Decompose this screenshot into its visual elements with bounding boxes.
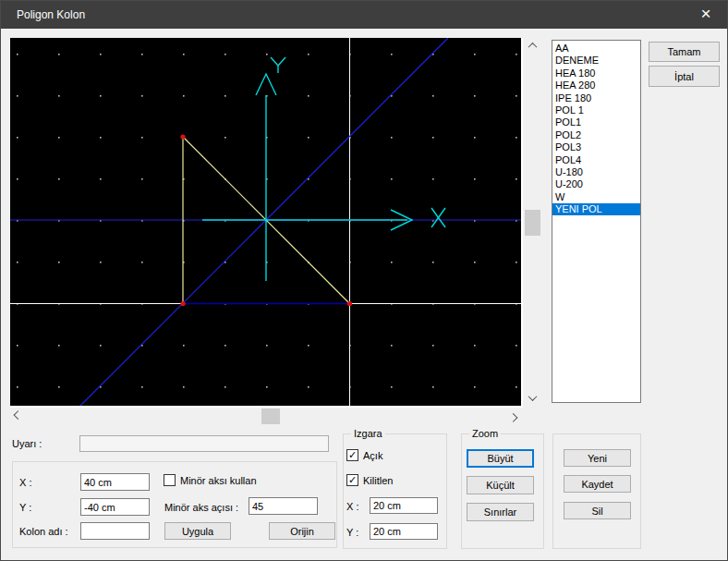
- minor-aksi-kullan-row[interactable]: Minör aksı kullan: [164, 474, 257, 486]
- scroll-left-button[interactable]: [10, 409, 26, 424]
- minor-aks-acisi-label: Minör aks açısı :: [164, 502, 238, 513]
- uyari-field: [79, 435, 329, 452]
- list-item[interactable]: POL2: [552, 129, 640, 141]
- vertex-marker: [347, 301, 352, 306]
- list-item[interactable]: IPE 180: [552, 92, 640, 104]
- izgara-group-title: Izgara: [351, 428, 385, 439]
- canvas-vertical-scrollbar[interactable]: [525, 38, 540, 406]
- izgara-y-input[interactable]: [370, 523, 438, 540]
- canvas-horizontal-scrollbar[interactable]: [10, 409, 521, 424]
- yeni-button[interactable]: Yeni: [564, 449, 631, 467]
- list-item[interactable]: HEA 180: [552, 67, 640, 79]
- chevron-left-icon: [14, 410, 23, 420]
- sil-button[interactable]: Sil: [564, 502, 631, 519]
- acik-checkbox[interactable]: ✓: [346, 449, 358, 461]
- minor-aksi-kullan-checkbox[interactable]: [164, 474, 176, 486]
- kilitlen-row[interactable]: ✓ Kilitlen: [346, 474, 393, 486]
- list-item[interactable]: U-200: [552, 178, 640, 190]
- tamam-button[interactable]: Tamam: [649, 42, 720, 62]
- scroll-up-button[interactable]: [525, 38, 540, 54]
- chevron-up-icon: [528, 43, 538, 52]
- vertex-marker: [180, 134, 185, 139]
- kaydet-button[interactable]: Kaydet: [564, 475, 631, 493]
- list-item[interactable]: POL4: [552, 154, 640, 166]
- izgara-y-label: Y :: [346, 527, 358, 538]
- zoom-group-title: Zoom: [469, 428, 501, 439]
- orijin-button[interactable]: Orijin: [269, 522, 335, 540]
- x-label: X :: [19, 477, 31, 488]
- list-item[interactable]: YENI POL: [552, 203, 640, 215]
- title-bar: Poligon Kolon ×: [1, 1, 727, 29]
- polygon-listbox[interactable]: AADENEMEHEA 180HEA 280IPE 180POL 1POL1PO…: [552, 40, 641, 403]
- list-item[interactable]: POL 1: [552, 104, 640, 116]
- kilitlen-checkbox[interactable]: ✓: [346, 474, 358, 486]
- vertex-marker: [180, 301, 185, 306]
- poligon-kolon-dialog: Poligon Kolon ×: [0, 0, 728, 561]
- x-input[interactable]: [80, 473, 150, 491]
- iptal-button[interactable]: İptal: [649, 66, 720, 87]
- y-label: Y :: [19, 502, 31, 513]
- acik-row[interactable]: ✓ Açık: [346, 449, 382, 461]
- buyut-button[interactable]: Büyüt: [467, 449, 534, 468]
- polygon-drawing-canvas[interactable]: [10, 38, 523, 408]
- chevron-right-icon: [509, 413, 518, 422]
- minor-aksi-kullan-label: Minör aksı kullan: [180, 475, 257, 486]
- list-item[interactable]: POL1: [552, 116, 640, 128]
- canvas-svg: [10, 38, 521, 406]
- uyari-label: Uyarı :: [12, 438, 42, 449]
- kucult-button[interactable]: Küçült: [467, 476, 534, 494]
- list-item[interactable]: AA: [552, 43, 640, 55]
- sinirlar-button[interactable]: Sınırlar: [467, 503, 534, 521]
- vertical-scroll-thumb[interactable]: [525, 210, 540, 236]
- list-item[interactable]: HEA 280: [552, 79, 640, 91]
- close-icon[interactable]: ×: [685, 1, 727, 29]
- scroll-right-button[interactable]: [505, 409, 521, 424]
- minor-aks-acisi-input[interactable]: [249, 497, 318, 515]
- izgara-x-input[interactable]: [370, 497, 438, 514]
- kolon-adi-label: Kolon adı :: [19, 526, 68, 537]
- list-item[interactable]: POL3: [552, 141, 640, 153]
- scroll-down-button[interactable]: [525, 390, 540, 406]
- list-item[interactable]: U-180: [552, 166, 640, 178]
- kilitlen-label: Kilitlen: [363, 475, 393, 486]
- y-input[interactable]: [80, 498, 150, 516]
- list-item[interactable]: DENEME: [552, 55, 640, 67]
- chevron-down-icon: [528, 392, 538, 401]
- kolon-adi-input[interactable]: [80, 522, 150, 540]
- izgara-x-label: X :: [346, 501, 358, 512]
- list-item[interactable]: W: [552, 191, 640, 203]
- window-title: Poligon Kolon: [17, 8, 85, 21]
- uygula-button[interactable]: Uygula: [164, 522, 231, 540]
- acik-label: Açık: [363, 450, 382, 461]
- horizontal-scroll-thumb[interactable]: [261, 409, 280, 424]
